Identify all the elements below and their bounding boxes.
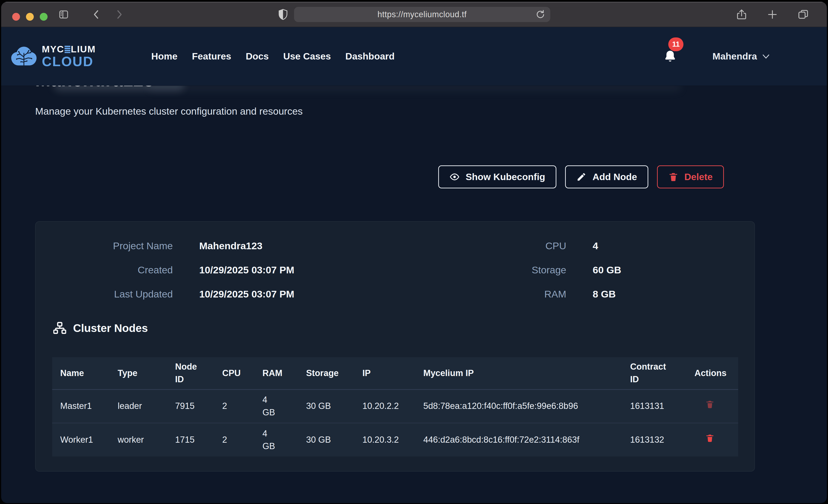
info-value: 10/29/2025 03:07 PM [199, 264, 294, 276]
info-row: CPU 4 [429, 234, 621, 258]
add-node-button[interactable]: Add Node [565, 165, 648, 188]
eye-icon [450, 172, 460, 182]
info-row: Last Updated 10/29/2025 03:07 PM [36, 282, 294, 306]
share-icon[interactable] [736, 9, 747, 20]
traffic-lights [12, 13, 48, 21]
user-menu[interactable]: Mahendra [712, 51, 770, 62]
notifications-bell[interactable]: 11 [663, 49, 677, 64]
browser-window: https://myceliumcloud.tf [1, 2, 827, 503]
cell-type: worker [110, 423, 167, 456]
trash-icon [705, 433, 714, 444]
browser-chrome: https://myceliumcloud.tf [1, 2, 827, 27]
chevron-down-icon [762, 54, 770, 59]
col-cpu: CPU [214, 357, 254, 389]
cell-actions [687, 423, 738, 456]
section-title: Cluster Nodes [73, 322, 148, 334]
cell-actions [687, 389, 738, 423]
info-label: Created [36, 264, 173, 276]
cluster-actions: Show Kubeconfig Add Node Delete [438, 165, 724, 188]
cluster-nodes-header: Cluster Nodes [53, 322, 148, 334]
nav-link-home[interactable]: Home [151, 51, 177, 62]
delete-node-button[interactable] [705, 433, 714, 444]
nav-link-dashboard[interactable]: Dashboard [345, 51, 395, 62]
cell-ram: 4 GB [254, 389, 298, 423]
cell-storage: 30 GB [298, 389, 355, 423]
info-label: RAM [429, 289, 566, 300]
cell-cpu: 2 [214, 423, 254, 456]
cell-mycelium-ip: 5d8:78ea:a120:f40c:ff0f:a5fe:99e6:8b96 [415, 389, 622, 423]
logo-wordmark: MYCLIUM CLOUD [42, 45, 95, 69]
info-row: Created 10/29/2025 03:07 PM [36, 258, 294, 282]
cell-type: leader [110, 389, 167, 423]
trash-icon [705, 399, 714, 410]
info-label: Project Name [36, 240, 173, 252]
cell-mycelium-ip: 446:d2a6:8bcd:8c16:ff0f:72e2:3114:863f [415, 423, 622, 456]
cell-cpu: 2 [214, 389, 254, 423]
network-nodes-icon [53, 322, 66, 334]
info-label: Storage [429, 264, 566, 276]
reload-icon[interactable] [535, 9, 546, 20]
show-kubeconfig-button[interactable]: Show Kubeconfig [438, 165, 556, 188]
screenshot-root: https://myceliumcloud.tf [0, 0, 828, 504]
info-row: RAM 8 GB [429, 282, 621, 306]
nodes-table-wrap: Name Type Node ID CPU RAM Storage IP Myc… [52, 357, 738, 456]
pencil-icon [576, 172, 586, 182]
user-name: Mahendra [712, 51, 757, 62]
info-label: Last Updated [36, 289, 173, 300]
cell-name: Worker1 [52, 423, 110, 456]
col-storage: Storage [298, 357, 355, 389]
trash-icon [668, 172, 678, 182]
url-text: https://myceliumcloud.tf [377, 10, 466, 19]
address-bar[interactable]: https://myceliumcloud.tf [294, 7, 550, 22]
info-value: Mahendra123 [199, 240, 262, 252]
sidebar-toggle-icon[interactable] [58, 9, 69, 20]
cell-ip: 10.20.3.2 [355, 423, 415, 456]
table-header-row: Name Type Node ID CPU RAM Storage IP Myc… [52, 357, 738, 389]
cell-storage: 30 GB [298, 423, 355, 456]
cloud-logo-icon [9, 45, 39, 68]
nav-link-use-cases[interactable]: Use Cases [283, 51, 331, 62]
col-type: Type [110, 357, 167, 389]
cell-contract-id: 1613132 [622, 423, 687, 456]
notification-badge: 11 [668, 37, 684, 51]
privacy-shield-icon[interactable] [278, 9, 288, 20]
col-actions: Actions [687, 357, 738, 389]
cell-contract-id: 1613131 [622, 389, 687, 423]
node-row: Master1leader791524 GB30 GB10.20.2.25d8:… [52, 389, 738, 423]
delete-cluster-button[interactable]: Delete [657, 165, 724, 188]
nav-link-docs[interactable]: Docs [246, 51, 268, 62]
col-node-id: Node ID [167, 357, 214, 389]
main-nav: Home Features Docs Use Cases Dashboard [151, 51, 395, 62]
node-row: Worker1worker171524 GB30 GB10.20.3.2446:… [52, 423, 738, 456]
cluster-details-card: Project Name Mahendra123 Created 10/29/2… [35, 221, 755, 472]
info-value: 10/29/2025 03:07 PM [199, 289, 294, 300]
info-row: Storage 60 GB [429, 258, 621, 282]
cell-ip: 10.20.2.2 [355, 389, 415, 423]
logo-e-bars [65, 46, 70, 53]
site-navbar: MYCLIUM CLOUD Home Features Docs Use Cas… [1, 27, 827, 86]
back-button[interactable] [91, 9, 102, 20]
close-window-button[interactable] [12, 13, 20, 21]
cluster-info-left: Project Name Mahendra123 Created 10/29/2… [36, 234, 294, 306]
delete-node-button[interactable] [705, 399, 714, 410]
info-value: 8 GB [593, 289, 616, 300]
cell-node-id: 1715 [167, 423, 214, 456]
tab-overview-icon[interactable] [797, 9, 809, 20]
mycelium-cloud-logo[interactable]: MYCLIUM CLOUD [9, 45, 95, 69]
nodes-table: Name Type Node ID CPU RAM Storage IP Myc… [52, 357, 738, 456]
col-ip: IP [355, 357, 415, 389]
cluster-info-right: CPU 4 Storage 60 GB RAM 8 GB [429, 234, 621, 306]
info-value: 4 [593, 240, 598, 252]
cell-node-id: 7915 [167, 389, 214, 423]
info-value: 60 GB [593, 264, 621, 276]
page-subtitle: Manage your Kubernetes cluster configura… [35, 106, 303, 117]
info-row: Project Name Mahendra123 [36, 234, 294, 258]
cell-name: Master1 [52, 389, 110, 423]
new-tab-icon[interactable] [767, 9, 778, 20]
col-contract-id: Contract ID [622, 357, 687, 389]
forward-button[interactable] [114, 9, 125, 20]
minimize-window-button[interactable] [26, 13, 34, 21]
col-mycelium-ip: Mycelium IP [415, 357, 622, 389]
zoom-window-button[interactable] [40, 13, 48, 21]
nav-link-features[interactable]: Features [192, 51, 231, 62]
